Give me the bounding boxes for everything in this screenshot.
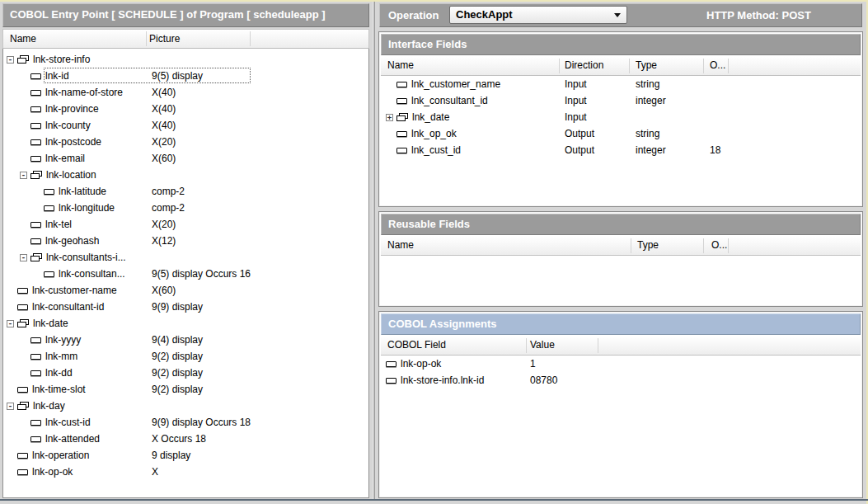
- column-header-type[interactable]: Type: [636, 57, 657, 74]
- collapse-toggle[interactable]: -: [7, 403, 14, 410]
- column-separator[interactable]: [728, 59, 729, 73]
- field-direction: Output: [565, 125, 594, 142]
- field-icon: [30, 139, 41, 145]
- column-separator[interactable]: [250, 31, 251, 46]
- assignment-field: lnk-op-ok: [401, 358, 441, 370]
- tree-row[interactable]: lnk-consultan...9(5) display Occurs 16: [3, 266, 368, 282]
- column-separator[interactable]: [526, 338, 527, 353]
- column-header-type[interactable]: Type: [637, 237, 659, 254]
- operation-dropdown-value: CheckAppt: [456, 8, 513, 21]
- table-row[interactable]: lnk_cust_idOutputinteger18: [381, 142, 861, 158]
- operation-panel: Operation CheckAppt HTTP Method: POST In…: [377, 0, 866, 504]
- field-name: lnk-day: [33, 400, 68, 412]
- field-picture: 9(2) display: [152, 348, 203, 365]
- tree-row[interactable]: lnk-id9(5) display: [3, 68, 368, 84]
- tree-row[interactable]: lnk-telX(20): [3, 216, 368, 233]
- tree-row[interactable]: lnk-latitudecomp-2: [3, 183, 368, 200]
- field-direction: Input: [565, 109, 587, 125]
- field-picture: 9(5) display: [152, 68, 203, 84]
- table-row[interactable]: +lnk_dateInput: [381, 109, 861, 125]
- column-separator[interactable]: [703, 238, 704, 253]
- field-icon: [17, 387, 28, 393]
- selection-outline: [44, 68, 251, 83]
- column-separator[interactable]: [728, 238, 729, 253]
- cobol-assignments-column-header: COBOL Field Value: [381, 337, 861, 356]
- field-name: lnk-cust-id: [45, 417, 94, 428]
- field-icon: [30, 238, 41, 244]
- field-picture: comp-2: [152, 183, 185, 200]
- panel-splitter[interactable]: [373, 2, 375, 499]
- column-header-name[interactable]: Name: [387, 237, 414, 254]
- field-type: integer: [636, 92, 666, 109]
- field-name: lnk-date: [33, 318, 72, 329]
- field-name: lnk-consultants-i...: [46, 252, 129, 263]
- tree-row[interactable]: lnk-operation9 display: [3, 447, 368, 464]
- collapse-toggle[interactable]: -: [7, 320, 14, 327]
- table-row[interactable]: lnk_consultant_idInputinteger: [381, 92, 861, 109]
- tree-row[interactable]: lnk-geohashX(12): [3, 233, 368, 249]
- column-separator[interactable]: [146, 31, 147, 46]
- tree-row[interactable]: lnk-countyX(40): [3, 117, 368, 134]
- tree-row[interactable]: lnk-longitudecomp-2: [3, 200, 368, 216]
- column-header-occurs[interactable]: O...: [710, 57, 725, 74]
- field-name: lnk-id: [45, 70, 73, 82]
- field-icon: [396, 131, 407, 137]
- column-header-name[interactable]: Name: [10, 30, 36, 48]
- column-separator[interactable]: [598, 338, 598, 353]
- field-name: lnk-longitude: [59, 202, 118, 214]
- struct-icon: [396, 113, 409, 122]
- table-row[interactable]: lnk-store-info.lnk-id08780: [381, 372, 861, 389]
- column-header-value[interactable]: Value: [530, 337, 555, 354]
- field-picture: 9(2) display: [152, 365, 203, 381]
- field-icon: [17, 469, 28, 475]
- tree-row[interactable]: lnk-postcodeX(20): [3, 134, 368, 150]
- field-icon: [44, 205, 54, 211]
- field-icon: [30, 370, 41, 376]
- tree-row[interactable]: lnk-customer-nameX(60): [3, 282, 368, 299]
- table-row[interactable]: lnk_op_okOutputstring: [381, 125, 861, 142]
- tree-row[interactable]: lnk-yyyy9(4) display: [3, 332, 368, 348]
- operation-dropdown[interactable]: CheckAppt: [449, 6, 627, 24]
- tree-row[interactable]: -lnk-location: [3, 167, 368, 183]
- field-icon: [30, 436, 41, 442]
- collapse-toggle[interactable]: -: [20, 172, 27, 179]
- tree-row[interactable]: lnk-emailX(60): [3, 150, 368, 167]
- column-header-cobol-field[interactable]: COBOL Field: [387, 337, 446, 354]
- http-method-label: HTTP Method: POST: [706, 4, 811, 26]
- tree-row[interactable]: lnk-time-slot9(2) display: [3, 381, 368, 398]
- tree-row[interactable]: lnk-mm9(2) display: [3, 348, 368, 365]
- tree-row[interactable]: lnk-dd9(2) display: [3, 365, 368, 381]
- field-icon: [30, 106, 41, 112]
- tree-row[interactable]: -lnk-store-info: [3, 51, 368, 68]
- interface-fields-section: Interface Fields Name Direction Type O..…: [378, 31, 863, 207]
- table-row[interactable]: lnk-op-ok1: [381, 356, 861, 372]
- field-icon: [30, 90, 41, 96]
- column-header-occurs[interactable]: O...: [711, 237, 727, 254]
- left-table-column-header: Name Picture: [2, 29, 369, 49]
- field-icon: [30, 354, 41, 360]
- field-direction: Output: [565, 142, 594, 158]
- tree-row[interactable]: -lnk-consultants-i...: [3, 249, 368, 266]
- tree-row[interactable]: lnk-name-of-storeX(40): [3, 84, 368, 101]
- tree-row[interactable]: -lnk-day: [3, 398, 368, 414]
- table-row[interactable]: lnk_customer_nameInputstring: [381, 76, 861, 92]
- tree-row[interactable]: -lnk-date: [3, 315, 368, 332]
- column-separator[interactable]: [629, 59, 630, 73]
- collapse-toggle[interactable]: -: [7, 56, 14, 64]
- column-separator[interactable]: [703, 59, 704, 73]
- field-picture: 9(2) display: [152, 381, 203, 398]
- tree-row[interactable]: lnk-cust-id9(9) display Occurs 18: [3, 414, 368, 431]
- column-header-picture[interactable]: Picture: [149, 30, 180, 48]
- column-header-name[interactable]: Name: [387, 57, 414, 74]
- field-name: lnk_consultant_id: [411, 95, 488, 106]
- tree-row[interactable]: lnk-op-okX: [3, 464, 368, 480]
- column-separator[interactable]: [631, 238, 631, 253]
- column-separator[interactable]: [559, 59, 560, 73]
- tree-row[interactable]: lnk-provinceX(40): [3, 101, 368, 117]
- tree-row[interactable]: lnk-attendedX Occurs 18: [3, 431, 368, 447]
- field-name: lnk-county: [45, 120, 94, 131]
- expand-toggle[interactable]: +: [386, 114, 393, 121]
- collapse-toggle[interactable]: -: [20, 254, 27, 261]
- column-header-direction[interactable]: Direction: [565, 57, 603, 74]
- tree-row[interactable]: lnk-consultant-id9(9) display: [3, 299, 368, 315]
